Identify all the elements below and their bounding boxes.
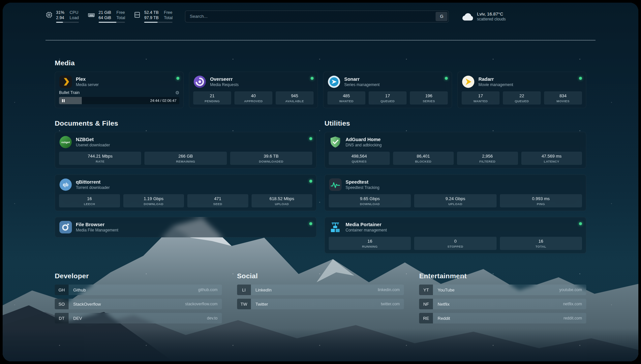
service-name: NZBGet	[76, 136, 110, 142]
bookmarks: DeveloperGHGithubgithub.comSOStackOverfl…	[55, 272, 586, 340]
bookmark-group-social: SocialLILinkedInlinkedin.comTWTwittertwi…	[237, 272, 404, 327]
stat-value: 17	[463, 93, 498, 98]
stat-value: 0.993 ms	[501, 196, 581, 201]
bookmark-youtube[interactable]: YTYouTubeyoutube.com	[419, 285, 586, 295]
service-card-overseerr[interactable]: OverseerrMedia Requests21PENDING40APPROV…	[189, 72, 318, 108]
stat-label: SERIES	[411, 99, 446, 103]
section-title-utilities: Utilities	[324, 119, 586, 127]
service-name: Speedtest	[346, 179, 380, 185]
bookmark-name: DEV	[69, 313, 82, 323]
service-card-speedtest[interactable]: SpeedtestSpeedtest Tracking9.65 GbpsDOWN…	[324, 174, 586, 211]
stat-label: WANTED	[329, 99, 364, 103]
stat-block: 1.19 GbpsDOWNLOAD	[123, 194, 184, 207]
bookmark-linkedin[interactable]: LILinkedInlinkedin.com	[237, 285, 404, 295]
stat-block: 16RUNNING	[329, 237, 411, 250]
bookmark-url: dev.to	[207, 313, 222, 323]
memory-icon	[87, 11, 95, 19]
service-card-sonarr[interactable]: SonarrSeries management485WANTED17QUEUED…	[323, 72, 452, 108]
player-progress-bar[interactable]: 24:44 / 02:06:47	[59, 97, 179, 104]
stat-label: TOTAL	[501, 245, 581, 248]
stat-value: 945	[277, 93, 312, 98]
stat-value: 2,956	[458, 154, 517, 159]
resource-value: 2.94	[56, 15, 64, 20]
service-subtitle: Media server	[76, 82, 99, 87]
resource-value: 31%	[56, 10, 64, 15]
status-indicator	[579, 77, 582, 80]
resource-widget-cpu: 31%CPU2.94Load	[46, 10, 79, 23]
service-card-qbittorrent[interactable]: qbqBittorrentTorrent downloader16LEECH1.…	[55, 174, 317, 211]
service-subtitle: Usenet downloader	[76, 143, 110, 148]
bookmark-netflix[interactable]: NFNetflixnetflix.com	[419, 299, 586, 309]
service-card-file-browser[interactable]: File BrowserMedia File Management	[55, 217, 317, 237]
stat-value: 498,564	[330, 154, 388, 159]
bookmark-group-developer: DeveloperGHGithubgithub.comSOStackOverfl…	[55, 272, 222, 327]
service-subtitle: Movie management	[478, 82, 513, 87]
stat-value: 16	[501, 239, 581, 244]
service-name: Media Portainer	[346, 222, 387, 228]
service-card-media-portainer[interactable]: Media PortainerContainer management16RUN…	[324, 217, 586, 254]
stat-block: 744.21 MbpsRATE	[59, 152, 141, 165]
bookmark-url: linkedin.com	[378, 285, 404, 295]
resource-progress-bar	[99, 22, 125, 23]
service-stats: 485WANTED17QUEUED196SERIES	[327, 91, 448, 105]
resource-value: 52.4 TB	[144, 10, 159, 15]
portainer-icon	[329, 221, 342, 234]
bookmark-list: YTYouTubeyoutube.comNFNetflixnetflix.com…	[419, 285, 586, 323]
service-subtitle: Media File Management	[76, 228, 118, 233]
weather-location: Lviv, 16.87°C	[477, 11, 505, 17]
stat-value: 9.65 Gbps	[330, 196, 410, 201]
bookmark-github[interactable]: GHGithubgithub.com	[55, 285, 222, 295]
stat-value: 744.21 Mbps	[60, 154, 140, 159]
stat-label: UPLOAD	[253, 202, 311, 206]
weather-widget: Lviv, 16.87°C scattered clouds	[462, 11, 505, 22]
resource-value: 21 GiB	[99, 10, 111, 15]
bookmark-name: YouTube	[433, 285, 454, 295]
stat-block: 0.993 msPING	[500, 194, 582, 207]
qbittorrent-icon: qb	[59, 178, 72, 191]
stat-label: DOWNLOADED	[231, 160, 311, 163]
stat-block: 86,401BLOCKED	[393, 152, 454, 165]
bookmark-reddit[interactable]: RERedditreddit.com	[419, 313, 586, 323]
pause-icon[interactable]	[62, 99, 65, 102]
stat-label: LEECH	[60, 202, 119, 206]
search-input[interactable]	[186, 14, 436, 19]
resource-progress-bar	[144, 22, 172, 23]
stat-value: 21	[195, 93, 230, 98]
service-subtitle: Series management	[344, 82, 380, 87]
bookmark-url: twitter.com	[381, 299, 404, 309]
service-card-plex[interactable]: PlexMedia serverBullet Train⚙24:44 / 02:…	[55, 72, 184, 108]
nzbget-icon: nzbget	[59, 136, 72, 149]
bookmark-list: LILinkedInlinkedin.comTWTwittertwitter.c…	[237, 285, 404, 309]
documents-service-list: nzbgetNZBGetUsenet downloader744.21 Mbps…	[55, 132, 317, 237]
stat-label: QUEUED	[370, 99, 405, 103]
resource-widgets: 31%CPU2.94Load21 GiBFree64 GiBTotal52.4 …	[46, 10, 172, 23]
service-name: Sonarr	[344, 76, 380, 82]
resource-widget-disk: 52.4 TBFree97.9 TBTotal	[134, 10, 172, 23]
bookmark-dev[interactable]: DTDEVdev.to	[55, 313, 222, 323]
gear-icon[interactable]: ⚙	[175, 90, 179, 95]
service-card-radarr[interactable]: RadarrMovie management17WANTED22QUEUED83…	[457, 72, 586, 108]
stat-value: 1.19 Gbps	[125, 196, 183, 201]
search-provider-button[interactable]: G	[436, 12, 447, 21]
service-card-nzbget[interactable]: nzbgetNZBGetUsenet downloader744.21 Mbps…	[55, 132, 317, 168]
stat-block: 498,564QUERIES	[329, 152, 390, 165]
stat-label: QUERIES	[330, 160, 388, 163]
stat-label: PENDING	[195, 99, 230, 103]
service-name: qBittorrent	[76, 179, 110, 185]
bookmark-twitter[interactable]: TWTwittertwitter.com	[237, 299, 404, 309]
stat-label: PING	[501, 202, 581, 206]
stat-value: 39.6 TB	[231, 154, 311, 159]
bookmark-abbr: DT	[55, 313, 69, 323]
bookmark-url: youtube.com	[559, 285, 586, 295]
stat-block: 196SERIES	[410, 91, 448, 105]
status-indicator	[309, 180, 312, 183]
sonarr-icon	[327, 75, 341, 88]
stat-label: SEED	[189, 202, 247, 206]
service-card-adguard-home[interactable]: AdGuard HomeDNS and adblocking498,564QUE…	[324, 132, 586, 168]
status-indicator	[579, 222, 582, 225]
service-subtitle: DNS and adblocking	[346, 143, 382, 148]
bookmark-stackoverflow[interactable]: SOStackOverflowstackoverflow.com	[55, 299, 222, 309]
stat-label: DOWNLOAD	[125, 202, 183, 206]
bookmark-group-title: Developer	[55, 272, 222, 280]
stat-label: STOPPED	[415, 245, 495, 248]
